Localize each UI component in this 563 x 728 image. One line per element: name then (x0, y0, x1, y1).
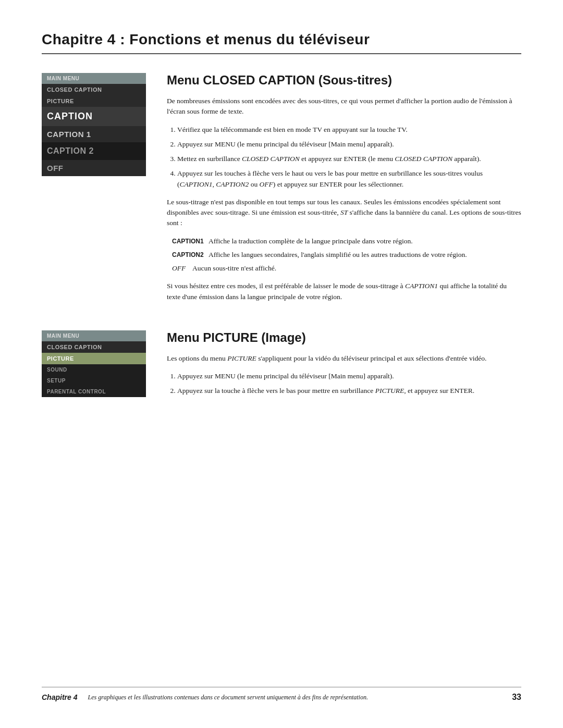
caption2-term: CAPTION2 (172, 251, 204, 258)
footer-page: 33 (512, 693, 521, 702)
menu-item-closed-caption: CLOSED CAPTION (42, 84, 146, 95)
menu2-item-sound: SOUND (42, 364, 146, 375)
menu2-item-closed-caption: CLOSED CAPTION (42, 341, 146, 353)
section1-title: Menu CLOSED CAPTION (Sous-titres) (167, 73, 521, 88)
section1-steps: Vérifiez que la télécommande est bien en… (167, 125, 521, 190)
section-picture: MAIN MENU CLOSED CAPTION PICTURE SOUND S… (42, 330, 521, 404)
page: Chapitre 4 : Fonctions et menus du télév… (0, 0, 563, 728)
menu-closed-caption: MAIN MENU CLOSED CAPTION PICTURE CAPTION… (42, 73, 146, 310)
menu-item-caption1: CAPTION 1 (42, 126, 146, 142)
footer-chapter: Chapitre 4 (42, 693, 77, 701)
content-picture: Menu PICTURE (Image) Les options du menu… (167, 330, 521, 404)
off-desc: OFF Aucun sous-titre n'est affiché. (167, 263, 521, 274)
menu2-item-main-menu: MAIN MENU (42, 330, 146, 341)
section-closed-caption: MAIN MENU CLOSED CAPTION PICTURE CAPTION… (42, 73, 521, 310)
page-footer: Chapitre 4 Les graphiques et les illustr… (42, 687, 521, 702)
step-4: Appuyez sur les touches à flèche vers le… (177, 168, 521, 190)
caption1-desc: CAPTION1 Affiche la traduction complète … (167, 236, 521, 246)
step-3: Mettez en surbrillance CLOSED CAPTION et… (177, 154, 521, 164)
menu-item-off: OFF (42, 160, 146, 176)
menu2-item-picture: PICTURE (42, 353, 146, 364)
caption2-desc: CAPTION2 Affiche les langues secondaires… (167, 250, 521, 260)
section1-body2: Le sous-titrage n'est pas disponible en … (167, 197, 521, 229)
menu-item-caption2: CAPTION 2 (42, 142, 146, 160)
step2-2: Appuyez sur la touche à flèche vers le b… (177, 386, 521, 396)
footer-text: Les graphiques et les illustrations cont… (88, 694, 501, 701)
chapter-title: Chapitre 4 : Fonctions et menus du télév… (42, 31, 521, 54)
menu2-item-setup: SETUP (42, 375, 146, 386)
step-2: Appuyez sur MENU (le menu principal du t… (177, 139, 521, 150)
menu-picture: MAIN MENU CLOSED CAPTION PICTURE SOUND S… (42, 330, 146, 404)
menu-item-picture: PICTURE (42, 95, 146, 107)
step-1: Vérifiez que la télécommande est bien en… (177, 125, 521, 135)
menu-item-caption: CAPTION (42, 107, 146, 126)
section2-title: Menu PICTURE (Image) (167, 330, 521, 345)
off-term: OFF (172, 264, 186, 272)
menu2-item-parental: PARENTAL CONTROL (42, 386, 146, 397)
section2-steps: Appuyez sur MENU (le menu principal du t… (167, 371, 521, 397)
menu-item-main-menu: MAIN MENU (42, 73, 146, 84)
section1-body3: Si vous hésitez entre ces modes, il est … (167, 281, 521, 302)
content-closed-caption: Menu CLOSED CAPTION (Sous-titres) De nom… (167, 73, 521, 310)
section2-intro: Les options du menu PICTURE s'appliquent… (167, 353, 521, 364)
step2-1: Appuyez sur MENU (le menu principal du t… (177, 371, 521, 381)
caption1-term: CAPTION1 (172, 238, 204, 245)
section1-intro: De nombreuses émissions sont encodées av… (167, 96, 521, 117)
